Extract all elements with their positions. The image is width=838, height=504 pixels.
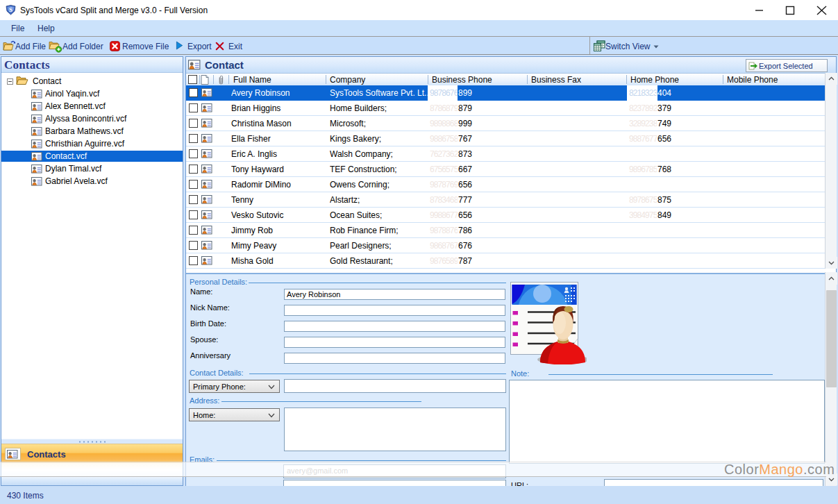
svg-text:S: S [9, 6, 12, 13]
